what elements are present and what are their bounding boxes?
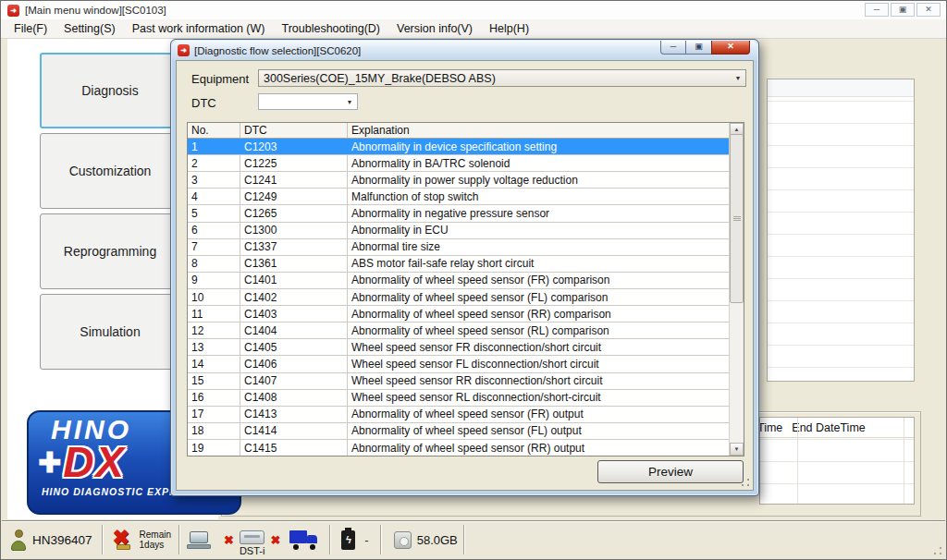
table-row[interactable]: 15C1407Wheel speed sensor RR disconnecti…: [188, 373, 729, 390]
cell-no: 16: [188, 390, 240, 406]
cell-exp: Wheel speed sensor FL disconnection/shor…: [348, 356, 729, 371]
table-row[interactable]: 18C1414Abnormality of wheel speed sensor…: [188, 423, 729, 440]
cell-no: 15: [188, 373, 240, 389]
table-row[interactable]: 16C1408Wheel speed sensor RL disconnecti…: [188, 390, 729, 407]
main-titlebar: ➜ [Main menu window][SC0103] ─ ▣ ✕: [1, 1, 946, 19]
user-icon: [10, 530, 27, 551]
cell-dtc: C1249: [240, 189, 348, 204]
scrollbar-thumb[interactable]: [730, 134, 744, 303]
dialog-close-button[interactable]: ✕: [711, 41, 750, 55]
menu-item[interactable]: Troubleshooting(D): [273, 20, 388, 37]
cell-no: 3: [188, 172, 240, 188]
cell-exp: Abnormality in power supply voltage redu…: [348, 172, 729, 188]
table-row[interactable]: 14C1406Wheel speed sensor FL disconnecti…: [188, 356, 729, 372]
dtc-combobox[interactable]: ▼: [258, 93, 358, 110]
battery-icon: ϟ: [341, 530, 355, 550]
cell-exp: ABS motor fail-safe relay short circuit: [348, 256, 729, 272]
divider: [380, 525, 381, 554]
cell-dtc: C1404: [240, 323, 348, 338]
menu-item[interactable]: Setting(S): [55, 20, 124, 37]
table-row[interactable]: 10C1402Abnormality of wheel speed sensor…: [188, 289, 729, 306]
table-row[interactable]: 11C1403Abnormality of wheel speed sensor…: [188, 306, 729, 323]
cell-exp: Abnormality of wheel speed sensor (FR) c…: [348, 273, 729, 288]
cell-dtc: C1407: [240, 373, 348, 389]
table-row[interactable]: 4C1249Malfunction of stop switch: [188, 189, 729, 205]
battery-level: -: [364, 533, 368, 547]
dialog-maximize-button[interactable]: ▣: [686, 41, 711, 55]
app-icon: ➜: [7, 5, 19, 17]
dsti-label: DST-i: [240, 545, 265, 556]
truck-icon: [289, 530, 320, 550]
table-row[interactable]: 8C1361ABS motor fail-safe relay short ci…: [188, 256, 729, 273]
nav-button-diagnosis[interactable]: Diagnosis: [40, 53, 180, 128]
cell-exp: Abnormality in BA/TRC solenoid: [348, 155, 729, 171]
cell-dtc: C1401: [240, 273, 348, 288]
table-row[interactable]: 1C1203Abnormality in device specificatio…: [188, 139, 729, 155]
equipment-combobox[interactable]: 300Series(COE)_15MY_Brake(DEBSO ABS) ▼: [258, 69, 746, 87]
dsti-icon: [240, 530, 264, 544]
divider: [329, 525, 330, 554]
restore-button[interactable]: ▣: [891, 3, 915, 17]
cell-no: 5: [188, 205, 240, 221]
table-row[interactable]: 13C1405Wheel speed sensor FR disconnecti…: [188, 339, 729, 356]
cell-exp: Abnormality of wheel speed sensor (FR) o…: [348, 407, 729, 422]
table-row[interactable]: 12C1404Abnormality of wheel speed sensor…: [188, 323, 729, 339]
divider: [463, 525, 464, 554]
table-row[interactable]: 6C1300Abnormality in ECU: [188, 223, 729, 239]
equipment-label: Equipment: [191, 72, 249, 86]
menu-item[interactable]: File(F): [6, 20, 55, 37]
cell-dtc: C1361: [240, 256, 348, 272]
table-row[interactable]: 3C1241Abnormality in power supply voltag…: [188, 172, 729, 189]
cell-dtc: C1300: [240, 223, 348, 238]
dialog-resize-grip[interactable]: [741, 478, 750, 487]
menu-item[interactable]: Version info(V): [388, 20, 481, 37]
cell-no: 7: [188, 239, 240, 255]
dialog-app-icon: ➜: [178, 44, 190, 56]
cell-exp: Abnormality of wheel speed sensor (RR) o…: [348, 440, 729, 456]
disk-space: 58.0GB: [417, 533, 458, 547]
dialog-client-area: Equipment 300Series(COE)_15MY_Brake(DEBS…: [176, 60, 754, 491]
window-resize-grip[interactable]: [932, 545, 943, 556]
cell-exp: Wheel speed sensor RR disconnection/shor…: [348, 373, 729, 389]
close-button[interactable]: ✕: [916, 3, 941, 17]
menu-item[interactable]: Help(H): [481, 20, 537, 37]
preview-button[interactable]: Preview: [597, 460, 744, 483]
cell-dtc: C1203: [240, 139, 348, 154]
cell-no: 13: [188, 339, 240, 355]
scroll-down-icon[interactable]: ▼: [730, 443, 744, 456]
dialog-minimize-button[interactable]: ─: [660, 41, 686, 55]
chevron-down-icon: ▼: [731, 75, 745, 81]
menu-bar: File(F)Setting(S)Past work information (…: [1, 19, 946, 39]
table-row[interactable]: 19C1415Abnormality of wheel speed sensor…: [188, 440, 729, 456]
background-list-box: [767, 79, 915, 382]
pc-icon: [187, 531, 211, 549]
table-row[interactable]: 9C1401Abnormality of wheel speed sensor …: [188, 273, 729, 289]
divider: [102, 525, 103, 554]
table-row[interactable]: 2C1225Abnormality in BA/TRC solenoid: [188, 155, 729, 172]
nav-button-customization[interactable]: Customization: [40, 133, 180, 209]
cell-exp: Wheel speed sensor RL disconnection/shor…: [348, 390, 729, 406]
cell-no: 6: [188, 223, 240, 238]
cell-dtc: C1225: [240, 155, 348, 171]
minimize-button[interactable]: ─: [865, 3, 889, 17]
cell-exp: Abnormality of wheel speed sensor (FL) c…: [348, 289, 729, 305]
history-col-end-datetime: End DateTime: [792, 421, 865, 434]
table-scrollbar[interactable]: ▲ ▼: [729, 123, 744, 456]
cell-exp: Abnormality of wheel speed sensor (FL) o…: [348, 423, 729, 439]
cell-no: 19: [188, 440, 240, 456]
cell-dtc: C1403: [240, 306, 348, 322]
nav-button-simulation[interactable]: Simulation: [40, 294, 180, 370]
cell-exp: Malfunction of stop switch: [348, 189, 729, 204]
table-row[interactable]: 7C1337Abnormal tire size: [188, 239, 729, 256]
cell-no: 1: [188, 139, 240, 154]
header-no: No.: [188, 123, 240, 138]
menu-item[interactable]: Past work information (W): [124, 20, 274, 37]
cell-dtc: C1265: [240, 205, 348, 221]
cell-no: 11: [188, 306, 240, 322]
cell-no: 10: [188, 289, 240, 305]
cell-exp: Abnormality in ECU: [348, 223, 729, 238]
dtc-table-header: No. DTC Explanation: [188, 123, 729, 139]
nav-button-reprogramming[interactable]: Reprogramming: [40, 213, 180, 289]
table-row[interactable]: 17C1413Abnormality of wheel speed sensor…: [188, 407, 729, 423]
table-row[interactable]: 5C1265Abnormality in negative pressure s…: [188, 205, 729, 222]
